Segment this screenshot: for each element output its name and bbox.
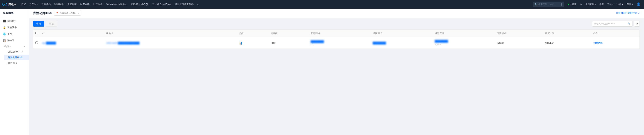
nav-tools[interactable]: 工具 ▾ — [606, 0, 615, 9]
nav-search-box[interactable]: 🔍 ▍ — [533, 1, 564, 7]
nav-billing[interactable]: 费用 ▾ — [625, 0, 634, 9]
logo[interactable]: 腾讯云 — [2, 2, 16, 6]
col-bandwidth: 带宽上限 — [543, 30, 591, 37]
region-selector[interactable]: 📍 西南地区（成都） ▾ — [54, 11, 81, 16]
nav-mail[interactable]: ✉ — [578, 0, 583, 9]
col-isp: 运营商 — [268, 30, 308, 37]
row-ip-cell: 2402:4e00:█████████████ — [104, 37, 237, 49]
nav-group-account[interactable]: 集团账号 ▾ — [584, 0, 597, 9]
page-header: 弹性公网IPv6 📍 西南地区（成都） ▾ 弹性公网IPv6帮助文档 ↗ — [29, 9, 644, 18]
nav-avatar[interactable]: 👤 — [635, 0, 642, 9]
row-checkbox-cell — [33, 37, 40, 49]
settings-button[interactable]: ⚙ — [634, 21, 640, 26]
nav-container[interactable]: 容器服务 — [52, 0, 66, 9]
location-icon: 📍 — [56, 12, 58, 14]
toolbar-actions: 申请 释放 — [33, 21, 57, 26]
sidebar-item-route[interactable]: 📋 路由表 — [0, 37, 28, 44]
row-vpc-sub: c0 — [311, 43, 368, 46]
row-isp-cell: BGP — [268, 37, 308, 49]
col-billing: 计费模式 — [495, 30, 543, 37]
row-bandwidth: 10 Mbps — [545, 42, 554, 44]
avatar-icon: 👤 — [636, 2, 640, 6]
nav-items: 总览 云产品▾ 云服务器 容器服务 负载均衡 私有网络 日志服务 Serverl… — [19, 0, 533, 9]
col-resource: 绑定资源 — [433, 30, 495, 37]
sidebar-item-eip-ipv6[interactable]: · 弹性公网IPv6 — [4, 55, 28, 60]
sidebar-section-ip-nic[interactable]: IP与网卡 ▲ — [0, 44, 28, 49]
nav-mysql[interactable]: 云数据库 MySQL — [129, 0, 150, 9]
row-bandwidth-cell: 10 Mbps — [543, 37, 591, 49]
col-ip: IP地址 — [104, 30, 237, 37]
external-link-icon: ↗ — [638, 12, 640, 14]
nav-icp[interactable]: 备案 — [598, 0, 605, 9]
chevron-down-icon: ▾ — [595, 3, 596, 5]
apply-button[interactable]: 申请 — [33, 21, 44, 26]
external-link-icon: ↗ — [21, 51, 23, 53]
table: ID IP地址 监控 运营商 私有网络 弹性网卡 绑定资源 计费模式 带宽上限 … — [33, 30, 640, 49]
nav-cloud-products[interactable]: 云产品▾ — [28, 0, 40, 9]
col-id: ID — [40, 30, 104, 37]
row-monitor-cell[interactable]: 📊 — [237, 37, 268, 49]
main-layout: 私有网络 ⬛ 网络拓扑 🔒 私有网络 🌐 子网 📋 路由表 IP与网卡 ▲ · … — [0, 9, 644, 135]
topology-icon: ⬛ — [3, 19, 6, 22]
chevron-down-icon: ▾ — [632, 3, 633, 5]
search-input[interactable] — [538, 3, 560, 5]
sidebar-sub-ip: · 弹性公网IP ↗ · 弹性公网IPv6 · 弹性网卡 — [0, 49, 28, 66]
col-nic: 弹性网卡 — [370, 30, 433, 37]
select-all-header — [33, 30, 40, 37]
sidebar-item-subnet[interactable]: 🌐 子网 — [0, 31, 28, 37]
sidebar-title: 私有网络 — [0, 11, 28, 18]
table-row: eip-██████ 2402:4e00:█████████████ 📊 BGP — [33, 37, 640, 49]
chevron-down-icon: ▾ — [612, 3, 614, 5]
toolbar: 申请 释放 🔍 ⚙ — [33, 21, 640, 26]
nav-cls[interactable]: 日志服务 — [92, 0, 104, 9]
ipv6-search-input[interactable] — [594, 22, 626, 25]
ipv6-table: ID IP地址 监控 运营商 私有网络 弹性网卡 绑定资源 计费模式 带宽上限 … — [33, 29, 640, 49]
nav-serverless[interactable]: Serverless 应用中心 — [104, 0, 129, 9]
svg-point-1 — [4, 4, 5, 5]
page-title: 弹性公网IPv6 — [33, 11, 52, 15]
row-ip[interactable]: 2402:4e00:█████████████ — [106, 42, 140, 44]
sidebar-item-eni[interactable]: · 弹性网卡 — [4, 60, 28, 66]
row-action-cell: 调整网络 — [591, 37, 640, 49]
bar-chart-icon[interactable]: 📊 — [239, 41, 242, 44]
row-billing-cell: 按流量 — [495, 37, 543, 49]
chevron-down-icon: ▾ — [78, 12, 79, 14]
help-link[interactable]: 弹性公网IPv6帮助文档 ↗ — [616, 12, 640, 15]
row-id[interactable]: eip-██████ — [42, 42, 56, 44]
row-nic-cell: ████████ — [370, 37, 433, 49]
nav-cvm[interactable]: 云服务器 — [40, 0, 52, 9]
nav-miniapp[interactable]: 小程序 — [566, 0, 578, 9]
row-checkbox[interactable] — [36, 41, 38, 44]
sidebar: 私有网络 ⬛ 网络拓扑 🔒 私有网络 🌐 子网 📋 路由表 IP与网卡 ▲ · … — [0, 9, 29, 135]
release-button[interactable]: 释放 — [46, 21, 57, 26]
table-body: eip-██████ 2402:4e00:█████████████ 📊 BGP — [33, 37, 640, 49]
nav-overview[interactable]: 总览 — [19, 0, 28, 9]
chevron-up-icon: ▲ — [24, 45, 26, 48]
nav-vpc[interactable]: 私有网络 — [78, 0, 92, 9]
nav-lowcode[interactable]: 腾讯云微搭低代码 — [173, 0, 195, 9]
sidebar-item-vpc[interactable]: 🔒 私有网络 — [0, 24, 28, 31]
chevron-down-icon: ▾ — [37, 3, 38, 5]
row-billing: 按流量 — [497, 41, 504, 44]
search-icon: 🔍 — [534, 3, 537, 6]
row-resource[interactable]: ████████ — [435, 40, 492, 43]
subnet-icon: 🌐 — [3, 32, 6, 35]
sidebar-item-topology[interactable]: ⬛ 网络拓扑 — [0, 18, 28, 24]
row-nic[interactable]: ████████ — [373, 42, 386, 44]
lock-icon: 🔒 — [3, 26, 6, 29]
page-header-left: 弹性公网IPv6 📍 西南地区（成都） ▾ — [33, 11, 81, 16]
sidebar-item-eip[interactable]: · 弹性公网IP ↗ — [4, 49, 28, 55]
gear-icon: ⚙ — [636, 22, 638, 25]
main-content: 弹性公网IPv6 📍 西南地区（成都） ▾ 弹性公网IPv6帮助文档 ↗ 申请 … — [29, 9, 644, 135]
col-action: 操作 — [591, 30, 640, 37]
search-box[interactable]: 🔍 — [592, 21, 632, 26]
toolbar-search: 🔍 ⚙ — [592, 21, 640, 26]
route-icon: 📋 — [3, 39, 6, 42]
row-vpc[interactable]: ████████ — [311, 40, 368, 43]
nav-more[interactable]: ··· — [195, 0, 201, 9]
nav-clb[interactable]: 负载均衡 — [66, 0, 78, 9]
select-all-checkbox[interactable] — [36, 32, 38, 34]
nav-cloudbase[interactable]: 云开发 CloudBase — [150, 0, 173, 9]
nav-support[interactable]: 支持 ▾ — [616, 0, 624, 9]
adjust-network-button[interactable]: 调整网络 — [594, 41, 603, 44]
